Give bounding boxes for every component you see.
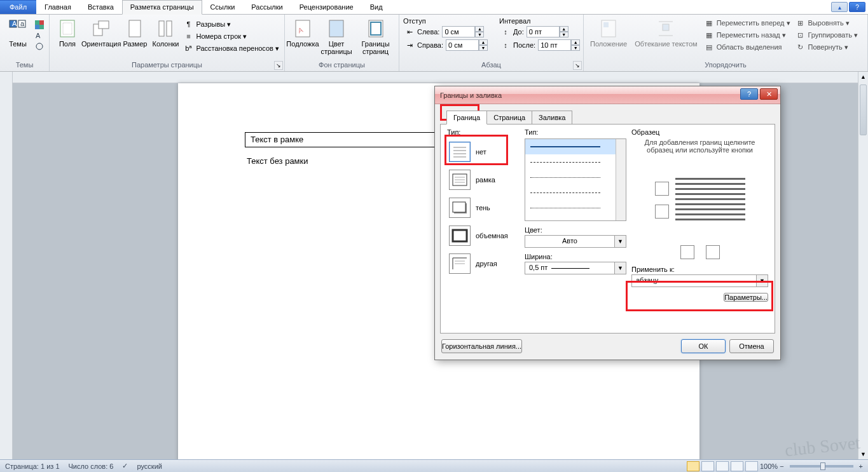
svg-rect-18 <box>329 20 343 37</box>
style-dashed[interactable] <box>525 154 626 170</box>
indent-left-input[interactable]: ▲▼ <box>442 26 484 37</box>
zoom-slider[interactable] <box>790 465 853 468</box>
border-top-button[interactable] <box>655 182 669 196</box>
orientation-button[interactable]: Ориентация <box>84 17 118 49</box>
vertical-scrollbar[interactable]: ▲ ▼ <box>858 72 868 459</box>
paragraph-launcher[interactable]: ↘ <box>573 61 582 70</box>
view-fullscreen[interactable] <box>701 461 714 471</box>
options-button[interactable]: Параметры... <box>724 293 768 302</box>
theme-effects-icon[interactable] <box>34 41 45 51</box>
margins-button[interactable]: Поля <box>53 17 81 49</box>
selection-pane-button[interactable]: ▤Область выделения <box>703 41 792 53</box>
apply-to-dropdown[interactable]: абзацу▼ <box>631 274 768 287</box>
border-bottom-button[interactable] <box>655 205 669 219</box>
tab-home[interactable]: Главная <box>36 0 79 14</box>
style-scrollbar[interactable] <box>616 139 626 220</box>
line-numbers-button[interactable]: ≡Номера строк ▾ <box>182 30 280 42</box>
tab-page-layout[interactable]: Разметка страницы <box>122 0 202 15</box>
svg-text:a: a <box>20 20 25 27</box>
page-color-button[interactable]: Цвет страницы <box>319 17 354 57</box>
chevron-down-icon[interactable]: ▼ <box>615 262 626 274</box>
status-proofing-icon[interactable]: ✓ <box>122 462 128 470</box>
align-button[interactable]: ⊞Выровнять ▾ <box>794 17 860 29</box>
tab-page-border[interactable]: Страница <box>486 111 532 125</box>
tab-references[interactable]: Ссылки <box>202 0 244 14</box>
hyphenation-button[interactable]: bªРасстановка переносов ▾ <box>182 43 280 54</box>
style-dashdotdot[interactable] <box>525 200 626 215</box>
setting-box[interactable]: рамка <box>447 168 517 192</box>
status-page[interactable]: Страница: 1 из 1 <box>5 462 60 470</box>
preview-sample[interactable] <box>675 175 745 226</box>
scroll-thumb[interactable] <box>860 84 867 135</box>
dialog-close-button[interactable]: ✕ <box>760 88 778 100</box>
status-language[interactable]: русский <box>137 462 162 470</box>
style-solid[interactable] <box>525 139 626 154</box>
wrap-text-button[interactable]: Обтекание текстом <box>632 17 700 49</box>
tab-mailings[interactable]: Рассылки <box>243 0 291 14</box>
page-borders-icon <box>366 18 386 39</box>
setting-3d[interactable]: объемная <box>447 224 517 248</box>
svg-rect-36 <box>453 230 467 241</box>
ok-button[interactable]: ОК <box>681 339 726 353</box>
scroll-up-icon[interactable]: ▲ <box>858 72 868 82</box>
setting-shadow[interactable]: тень <box>447 196 517 220</box>
size-button[interactable]: Размер <box>121 17 149 49</box>
dialog-titlebar[interactable]: Границы и заливка ? ✕ <box>435 86 780 104</box>
vertical-ruler[interactable] <box>0 72 13 459</box>
watermark-button[interactable]: AПодложка <box>289 17 317 49</box>
horizontal-ruler[interactable] <box>13 72 858 83</box>
width-dropdown[interactable]: 0,5 пт ▼ <box>525 262 626 274</box>
zoom-out-button[interactable]: − <box>780 462 783 470</box>
page-setup-launcher[interactable]: ↘ <box>274 61 283 70</box>
chevron-down-icon[interactable]: ▼ <box>615 235 626 248</box>
border-left-button[interactable] <box>680 245 694 259</box>
style-dashdot[interactable] <box>525 185 626 200</box>
setting-none[interactable]: нет <box>447 140 517 164</box>
view-draft[interactable] <box>745 461 758 471</box>
border-right-button[interactable] <box>706 245 720 259</box>
horizontal-line-button[interactable]: Горизонтальная линия... <box>441 339 522 353</box>
columns-button[interactable]: Колонки <box>151 17 179 49</box>
cancel-button[interactable]: Отмена <box>729 339 774 353</box>
scroll-down-icon[interactable]: ▼ <box>858 449 868 459</box>
tab-file[interactable]: Файл <box>0 0 36 14</box>
tab-view[interactable]: Вид <box>362 0 391 14</box>
zoom-level[interactable]: 100% <box>760 462 778 470</box>
tab-border[interactable]: Граница <box>446 111 487 125</box>
help-button[interactable]: ? <box>849 2 865 12</box>
view-web[interactable] <box>716 461 729 471</box>
theme-fonts-icon[interactable]: A <box>34 30 45 41</box>
bring-forward-button[interactable]: ▦Переместить вперед ▾ <box>703 17 792 29</box>
tab-shading[interactable]: Заливка <box>532 111 572 125</box>
dialog-help-button[interactable]: ? <box>740 88 758 100</box>
color-dropdown[interactable]: Авто▼ <box>525 235 626 248</box>
send-backward-button[interactable]: ▦Переместить назад ▾ <box>703 29 792 41</box>
group-objects-button[interactable]: ⊡Группировать ▾ <box>794 29 860 41</box>
style-list[interactable] <box>525 138 626 221</box>
status-words[interactable]: Число слов: 6 <box>69 462 114 470</box>
tab-review[interactable]: Рецензирование <box>291 0 362 14</box>
position-button[interactable]: Положение <box>588 17 630 49</box>
zoom-knob[interactable] <box>820 462 825 470</box>
setting-custom[interactable]: другая <box>447 252 517 276</box>
space-before-input[interactable]: ▲▼ <box>527 26 568 37</box>
preview-hint: Для добавления границ щелкните образец и… <box>631 136 768 156</box>
indent-right-input[interactable]: ▲▼ <box>446 39 488 51</box>
chevron-down-icon[interactable]: ▼ <box>757 274 768 287</box>
rotate-button[interactable]: ↻Повернуть ▾ <box>794 41 860 53</box>
indent-left-icon: ⇤ <box>404 27 415 37</box>
watermark-icon: A <box>293 18 313 39</box>
theme-colors-icon[interactable] <box>34 20 45 30</box>
tab-insert[interactable]: Вставка <box>79 0 122 14</box>
themes-button[interactable]: Aa Темы <box>4 17 32 49</box>
space-after-input[interactable]: ▲▼ <box>538 39 580 51</box>
view-print-layout[interactable] <box>687 461 699 471</box>
breaks-button[interactable]: ¶Разрывы ▾ <box>182 18 280 30</box>
unframed-text[interactable]: Текст без рамки <box>247 156 308 166</box>
view-outline[interactable] <box>731 461 743 471</box>
page-borders-button[interactable]: Границы страниц <box>356 17 395 57</box>
orientation-icon <box>91 18 111 39</box>
style-dotted[interactable] <box>525 170 626 185</box>
minimize-ribbon-button[interactable]: ▴ <box>831 2 848 12</box>
zoom-in-button[interactable]: + <box>859 462 863 470</box>
